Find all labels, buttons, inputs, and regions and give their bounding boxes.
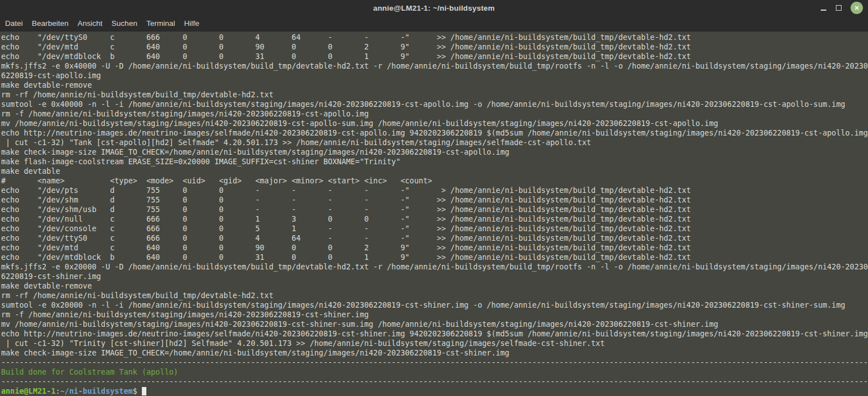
terminal-line: echo http://neutrino-images.de/neutrino-…: [1, 128, 868, 138]
terminal-line: 6220819-cst-shiner.img: [1, 272, 868, 281]
prompt-text: :: [56, 387, 60, 395]
terminal-line: mv /home/annie/ni-buildsystem/staging/im…: [1, 320, 868, 329]
terminal-line: echo "/dev/shm d 755 0 0 - - - - -" >> /…: [1, 195, 868, 205]
menu-item-datei[interactable]: Datei: [1, 16, 28, 30]
terminal-line: ----------------------------------------…: [1, 377, 868, 386]
close-icon: ✕: [854, 5, 859, 11]
terminal-line: rm -rf /home/annie/ni-buildsystem/build_…: [1, 90, 868, 100]
terminal-line: echo "/dev/mtd c 640 0 0 90 0 0 2 9" >> …: [1, 42, 868, 52]
terminal-line: echo "/dev/ttyS0 c 666 0 0 4 64 - - -" >…: [1, 233, 868, 243]
terminal-line: ----------------------------------------…: [1, 358, 868, 367]
terminal-line: mkfs.jffs2 -e 0x20000 -U -D /home/annie/…: [1, 262, 868, 272]
prompt-path: ~/ni-buildsystem: [60, 387, 133, 395]
terminal-line: 6220819-cst-apollo.img: [1, 71, 868, 80]
terminal-line: rm -f /home/annie/ni-buildsystem/staging…: [1, 310, 868, 320]
minimize-icon: [821, 10, 826, 11]
terminal-line: | cut -c1-32) "Tank [cst-apollo][hd2] Se…: [1, 138, 868, 147]
terminal-line: echo "/dev/ttyS0 c 666 0 0 4 64 - - -" >…: [1, 33, 868, 42]
menu-item-terminal[interactable]: Terminal: [142, 16, 180, 30]
menu-item-hilfe[interactable]: Hilfe: [180, 16, 204, 30]
prompt-line: annie@LM21-1:~/ni-buildsystem$: [1, 386, 868, 395]
maximize-icon: [836, 5, 842, 11]
terminal-line: make flash-image-coolstream ERASE_SIZE=0…: [1, 157, 868, 166]
terminal-line: echo http://neutrino-images.de/neutrino-…: [1, 329, 868, 339]
terminal-line: make devtable-remove: [1, 281, 868, 291]
terminal-line: make check-image-size IMAGE_TO_CHECK=/ho…: [1, 147, 868, 157]
menu-item-ansicht[interactable]: Ansicht: [73, 16, 107, 30]
terminal-line: make devtable-remove: [1, 80, 868, 90]
close-button[interactable]: ✕: [851, 2, 863, 14]
terminal-line: rm -f /home/annie/ni-buildsystem/staging…: [1, 109, 868, 119]
terminal-line: mv /home/annie/ni-buildsystem/staging/im…: [1, 119, 868, 128]
terminal-line: | cut -c1-32) "Trinity [cst-shiner][hd2]…: [1, 339, 868, 348]
menubar: DateiBearbeitenAnsichtSuchenTerminalHilf…: [0, 16, 868, 32]
terminal-line: rm -rf /home/annie/ni-buildsystem/build_…: [1, 291, 868, 300]
terminal-line: sumtool -e 0x20000 -n -l -i /home/annie/…: [1, 300, 868, 310]
terminal-line: make devtable: [1, 166, 868, 176]
terminal-line: echo "/dev/mtdblock b 640 0 0 31 0 0 1 9…: [1, 52, 868, 61]
menu-item-suchen[interactable]: Suchen: [107, 16, 142, 30]
titlebar[interactable]: annie@LM21-1: ~/ni-buildsystem ✕: [0, 0, 868, 16]
terminal-output: echo "/dev/ttyS0 c 666 0 0 4 64 - - -" >…: [1, 33, 868, 395]
minimize-button[interactable]: [820, 3, 827, 12]
terminal-line: echo "/dev/console c 666 0 0 5 1 - - -" …: [1, 224, 868, 233]
terminal-line: make check-image-size IMAGE_TO_CHECK=/ho…: [1, 348, 868, 358]
window-controls: ✕: [820, 2, 868, 14]
menu-item-bearbeiten[interactable]: Bearbeiten: [28, 16, 73, 30]
prompt-user-host: annie@LM21-1: [1, 387, 56, 395]
terminal-line: # <name> <type> <mode> <uid> <gid> <majo…: [1, 176, 868, 186]
terminal-line: mkfs.jffs2 -e 0x40000 -U -D /home/annie/…: [1, 61, 868, 71]
terminal-line: echo "/dev/mtdblock b 640 0 0 31 0 0 1 9…: [1, 253, 868, 262]
terminal-screen[interactable]: echo "/dev/ttyS0 c 666 0 0 4 64 - - -" >…: [0, 32, 868, 395]
prompt-text: $: [133, 387, 142, 395]
window-title: annie@LM21-1: ~/ni-buildsystem: [0, 4, 868, 12]
terminal-line: echo "/dev/null c 666 0 0 1 3 0 0 -" >> …: [1, 214, 868, 224]
terminal-line: echo "/dev/shm/usb d 755 0 0 - - - - -" …: [1, 205, 868, 214]
terminal-cursor: [142, 387, 146, 395]
terminal-line: sumtool -e 0x40000 -n -l -i /home/annie/…: [1, 100, 868, 109]
terminal-line: echo "/dev/pts d 755 0 0 - - - - -" > /h…: [1, 186, 868, 195]
maximize-button[interactable]: [836, 5, 842, 11]
terminal-line: echo "/dev/mtd c 640 0 0 90 0 0 2 9" >> …: [1, 243, 868, 253]
terminal-line: Build done for Coolstream Tank (apollo): [1, 367, 868, 377]
